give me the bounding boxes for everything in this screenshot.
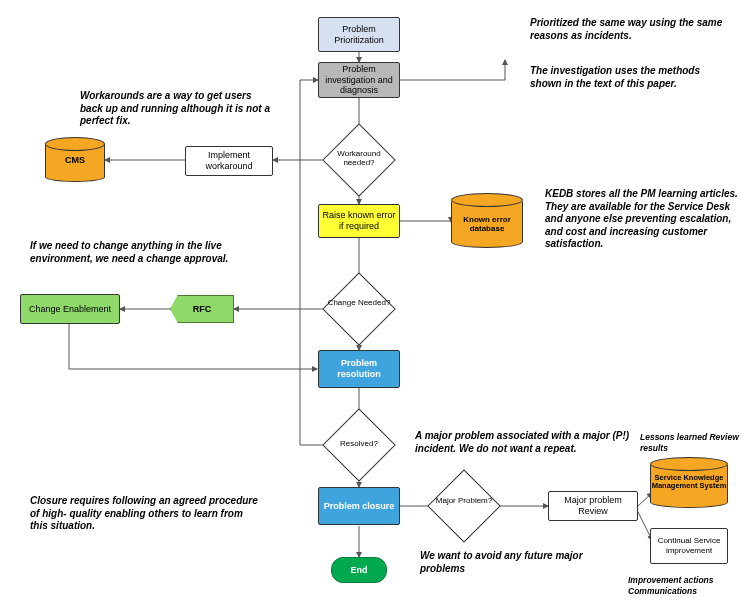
- skms-label: Service Knowledge Management System: [651, 474, 727, 491]
- workaround-decision: [322, 123, 396, 197]
- annotation-investigation: The investigation uses the methods shown…: [530, 65, 730, 90]
- label: Major problem Review: [551, 495, 635, 517]
- label: RFC: [193, 304, 212, 314]
- problem-closure-box: Problem closure: [318, 487, 400, 525]
- investigation-box: Problem investigation and diagnosis: [318, 62, 400, 98]
- annotation-workarounds: Workarounds are a way to get users back …: [80, 90, 270, 128]
- label: Continual Service improvement: [653, 536, 725, 555]
- change-decision: [322, 272, 396, 346]
- cms-label: CMS: [46, 156, 104, 166]
- annotation-avoid: We want to avoid any future major proble…: [420, 550, 600, 575]
- csi-box: Continual Service improvement: [650, 528, 728, 564]
- label: Raise known error if required: [321, 210, 397, 232]
- skms-cylinder: Service Knowledge Management System: [650, 460, 728, 508]
- major-review-box: Major problem Review: [548, 491, 638, 521]
- annotation-change: If we need to change anything in the liv…: [30, 240, 260, 265]
- label: Implement workaround: [188, 150, 270, 172]
- end-terminator: End: [331, 557, 387, 583]
- cms-cylinder: CMS: [45, 140, 105, 182]
- problem-resolution-box: Problem resolution: [318, 350, 400, 388]
- rfc-box: RFC: [170, 295, 234, 323]
- annotation-closure: Closure requires following an agreed pro…: [30, 495, 260, 533]
- implement-workaround-box: Implement workaround: [185, 146, 273, 176]
- kedb-cylinder: Known error database: [451, 196, 523, 248]
- annotation-major: A major problem associated with a major …: [415, 430, 635, 455]
- label: End: [351, 565, 368, 575]
- major-decision: [427, 469, 501, 543]
- change-enablement-box: Change Enablement: [20, 294, 120, 324]
- label: Change Enablement: [29, 304, 111, 315]
- annotation-prioritized: Prioritized the same way using the same …: [530, 17, 730, 42]
- raise-known-error-box: Raise known error if required: [318, 204, 400, 238]
- label: Problem closure: [324, 501, 395, 512]
- annotation-improvement: Improvement actions Communications: [628, 575, 748, 596]
- annotation-lessons: Lessons learned Review results: [640, 432, 740, 453]
- label: Problem investigation and diagnosis: [321, 64, 397, 96]
- kedb-label: Known error database: [452, 216, 522, 234]
- annotation-kedb: KEDB stores all the PM learning articles…: [545, 188, 740, 251]
- label: Problem resolution: [321, 358, 397, 380]
- problem-prioritization-box: Problem Prioritization: [318, 17, 400, 52]
- resolved-decision: [322, 408, 396, 482]
- label: Problem Prioritization: [321, 24, 397, 46]
